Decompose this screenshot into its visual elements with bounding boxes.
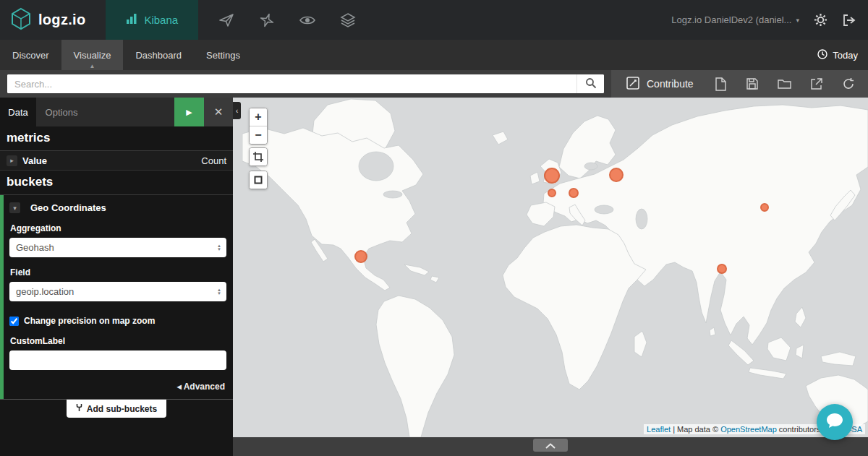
metric-type: Count xyxy=(201,155,226,166)
custom-label-input[interactable] xyxy=(9,350,226,370)
osm-link[interactable]: OpenStreetMap xyxy=(720,425,777,434)
clock-icon xyxy=(817,49,827,61)
new-doc-icon[interactable] xyxy=(715,77,727,91)
search-icon xyxy=(585,77,597,91)
tile-map-panel: ‹ + − Leaflet | Map data © OpenStreetMap… xyxy=(233,98,868,456)
bucket-title: Geo Coordinates xyxy=(30,202,106,213)
close-icon: ✕ xyxy=(214,106,224,119)
search-row: Contribute xyxy=(0,70,868,98)
select-arrows-icon: ▲▼ xyxy=(217,244,221,251)
field-select[interactable]: geoip.location ▲▼ xyxy=(9,282,226,301)
precision-label[interactable]: Change precision on map zoom xyxy=(24,316,155,326)
chat-widget-button[interactable] xyxy=(817,404,853,440)
aggregation-select[interactable]: Geohash ▲▼ xyxy=(9,238,226,257)
map-marker[interactable] xyxy=(354,250,367,263)
kibana-label: Kibana xyxy=(144,14,178,26)
sidebar-collapse-button[interactable]: ‹ xyxy=(233,102,241,119)
crop-control xyxy=(249,147,268,166)
sub-bucket-bar: Add sub-buckets xyxy=(0,399,233,423)
contribute-button[interactable]: Contribute xyxy=(626,76,694,93)
map-marker[interactable] xyxy=(609,168,624,182)
nav-item-settings[interactable]: Settings xyxy=(194,40,252,70)
chevron-left-icon: ◂ xyxy=(177,382,184,392)
leaflet-link[interactable]: Leaflet xyxy=(647,425,671,434)
apply-changes-button[interactable]: ▶ xyxy=(174,98,204,126)
kibana-tab[interactable]: Kibana xyxy=(106,0,198,40)
send-icon[interactable] xyxy=(218,12,234,28)
brand-name: logz.io xyxy=(38,12,85,28)
add-sub-buckets-button[interactable]: Add sub-buckets xyxy=(67,400,166,418)
contribute-icon xyxy=(626,76,640,93)
zoom-in-button[interactable]: + xyxy=(250,108,267,126)
plane-icon[interactable] xyxy=(259,12,275,28)
time-picker[interactable]: Today xyxy=(817,40,868,70)
map-canvas[interactable] xyxy=(233,98,868,437)
chevron-right-icon: ▸ xyxy=(7,155,17,166)
nav-item-discover[interactable]: Discover xyxy=(0,40,61,70)
refresh-icon[interactable] xyxy=(842,77,855,90)
tab-options[interactable]: Options xyxy=(36,98,87,126)
kibana-bars-icon xyxy=(126,13,137,27)
logzio-logo: logz.io xyxy=(0,7,97,33)
metrics-heading: metrics xyxy=(0,126,233,151)
map-marker[interactable] xyxy=(717,264,727,274)
expand-bottom-panel-button[interactable] xyxy=(533,439,568,452)
nav-item-dashboard[interactable]: Dashboard xyxy=(123,40,194,70)
geo-coordinates-bucket: ▾ Geo Coordinates Aggregation Geohash ▲▼… xyxy=(0,195,233,399)
search-box xyxy=(7,74,604,93)
account-label: Logz.io DanielDev2 (daniel... xyxy=(671,14,791,25)
gear-icon[interactable] xyxy=(814,13,827,27)
main-nav: Discover Visualize ▲ Dashboard Settings … xyxy=(0,40,868,70)
save-icon[interactable] xyxy=(746,77,759,90)
chat-icon xyxy=(825,412,844,432)
custom-label-label: CustomLabel xyxy=(10,336,226,346)
map-marker[interactable] xyxy=(760,203,769,212)
zoom-control: + − xyxy=(249,108,268,145)
search-input[interactable] xyxy=(7,74,576,93)
top-bar: logz.io Kibana Logz.io DanielDev2 (danie… xyxy=(0,0,868,40)
tab-data[interactable]: Data xyxy=(0,98,36,126)
open-folder-icon[interactable] xyxy=(778,78,791,90)
crop-icon[interactable] xyxy=(250,148,267,165)
bottom-panel-bar xyxy=(233,437,868,456)
rectangle-tool-control xyxy=(249,171,268,189)
map-marker[interactable] xyxy=(544,168,560,184)
bucket-collapse-toggle[interactable]: ▾ Geo Coordinates xyxy=(9,202,226,213)
layers-icon[interactable] xyxy=(340,12,356,28)
search-button[interactable] xyxy=(576,74,604,93)
map-marker[interactable] xyxy=(548,189,556,197)
eye-icon[interactable] xyxy=(299,14,315,26)
select-arrows-icon: ▲▼ xyxy=(217,288,221,296)
aggregation-label: Aggregation xyxy=(10,223,226,233)
logzio-logo-icon xyxy=(10,7,32,33)
contribute-label: Contribute xyxy=(647,78,694,90)
field-label: Field xyxy=(10,267,226,278)
precision-checkbox[interactable] xyxy=(9,317,19,326)
metric-label: Value xyxy=(22,155,47,166)
share-icon[interactable] xyxy=(810,77,823,90)
map-marker[interactable] xyxy=(569,188,579,198)
zoom-out-button[interactable]: − xyxy=(250,126,267,144)
visualize-toolbar: Contribute xyxy=(611,70,868,98)
chevron-up-icon xyxy=(545,439,556,452)
buckets-heading: buckets xyxy=(0,171,233,195)
rectangle-icon[interactable] xyxy=(250,171,267,189)
visualization-editor-sidebar: Data Options ▶ ✕ metrics ▸ Value Count b… xyxy=(0,98,233,456)
account-menu[interactable]: Logz.io DanielDev2 (daniel... ▾ xyxy=(671,14,799,25)
active-tab-caret-icon: ▲ xyxy=(90,64,95,69)
world-map xyxy=(242,98,868,437)
discard-changes-button[interactable]: ✕ xyxy=(204,98,233,126)
logout-icon[interactable] xyxy=(842,13,856,27)
advanced-toggle[interactable]: ◂ Advanced xyxy=(11,382,225,392)
metric-value-row[interactable]: ▸ Value Count xyxy=(0,151,233,171)
chevron-down-icon: ▾ xyxy=(796,17,799,24)
fork-icon xyxy=(76,403,82,414)
chevron-down-icon: ▾ xyxy=(9,202,20,213)
topbar-product-icons xyxy=(218,12,356,28)
nav-item-visualize[interactable]: Visualize ▲ xyxy=(61,40,124,70)
time-label: Today xyxy=(833,50,858,61)
play-icon: ▶ xyxy=(186,108,192,117)
